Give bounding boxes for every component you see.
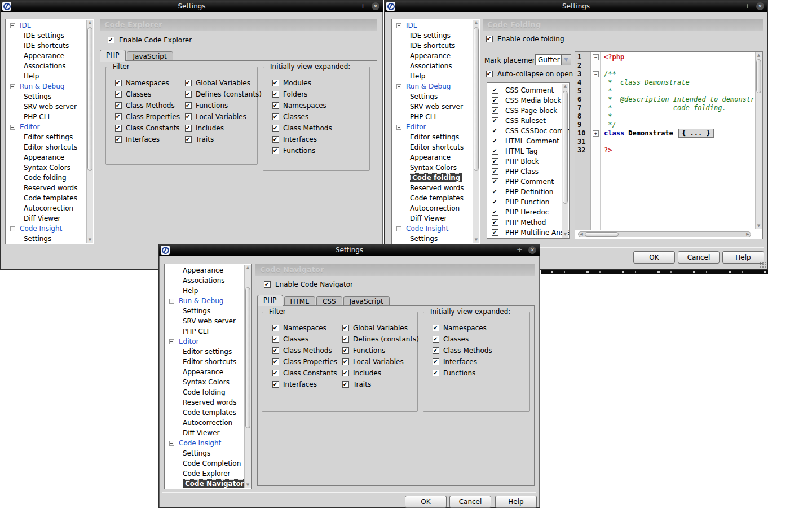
filter-option[interactable]: Functions [185, 100, 262, 111]
checkbox-checked-icon[interactable] [342, 370, 349, 376]
checkbox-checked-icon[interactable] [433, 347, 439, 354]
scroll-down-icon[interactable]: ▼ [756, 223, 762, 229]
fold-kind-option[interactable]: PHP Method [492, 217, 561, 227]
checkbox-checked-icon[interactable] [108, 37, 114, 43]
close-icon[interactable]: ✕ [528, 246, 536, 254]
tab[interactable]: HTML [284, 296, 315, 306]
filter-option[interactable]: Classes [115, 89, 180, 100]
sidebar-item[interactable]: Editor settings [392, 132, 473, 142]
pin-icon[interactable]: + [744, 1, 751, 12]
filter-option[interactable]: Class Properties [272, 356, 337, 367]
checkbox-checked-icon[interactable] [342, 336, 349, 343]
collapse-icon[interactable] [10, 125, 15, 130]
scroll-right-icon[interactable]: ▶ [745, 232, 751, 237]
expanded-option[interactable]: Functions [272, 145, 332, 156]
expand-fold-icon[interactable]: + [593, 130, 599, 137]
scroll-down-icon[interactable]: ▼ [245, 482, 251, 488]
sidebar-item[interactable]: Appearance [165, 367, 244, 377]
checkbox-checked-icon[interactable] [185, 91, 192, 98]
sidebar-item[interactable]: Associations [392, 61, 473, 71]
scroll-left-icon[interactable]: ◀ [579, 232, 584, 237]
checkbox-checked-icon[interactable] [342, 325, 349, 331]
fold-kind-option[interactable]: CSS Ruleset [492, 116, 561, 126]
sidebar-item[interactable]: Code folding [392, 173, 473, 183]
filter-option[interactable]: Defines (constants) [185, 89, 262, 100]
sidebar-item[interactable]: Code Navigator [165, 479, 244, 489]
collapse-icon[interactable] [10, 23, 15, 28]
sidebar-item[interactable]: Editor settings [6, 132, 86, 142]
collapse-icon[interactable] [396, 84, 401, 89]
auto-collapse-checkbox[interactable]: Auto-collapse on open [486, 70, 573, 78]
fold-kind-option[interactable]: PHP Function [492, 197, 561, 207]
checkbox-checked-icon[interactable] [492, 229, 498, 236]
checkbox-checked-icon[interactable] [492, 209, 498, 216]
sidebar-item[interactable]: Associations [6, 61, 86, 71]
scroll-down-icon[interactable]: ▼ [473, 237, 479, 243]
filter-option[interactable]: Includes [185, 122, 262, 134]
checkbox-checked-icon[interactable] [272, 336, 279, 343]
sidebar-item[interactable]: IDE shortcuts [6, 41, 86, 51]
fold-kind-option[interactable]: PHP Multiline AnsiS... [492, 227, 561, 238]
collapse-fold-icon[interactable]: − [593, 54, 599, 60]
sidebar-item[interactable]: Help [6, 71, 86, 81]
filter-option[interactable]: Class Methods [272, 345, 337, 356]
sidebar-item[interactable]: Editor shortcuts [6, 142, 86, 152]
sidebar-item[interactable]: Settings [392, 91, 473, 102]
sidebar-item[interactable]: Code templates [6, 193, 86, 203]
fold-kind-option[interactable]: HTML Tag [492, 146, 561, 156]
ok-button[interactable]: OK [405, 496, 447, 508]
sidebar-item[interactable]: Code Completion [165, 458, 244, 468]
collapse-icon[interactable] [10, 226, 15, 231]
sidebar-item[interactable]: PHP CLI [165, 326, 244, 336]
sidebar-item[interactable]: Help [392, 71, 473, 81]
collapse-icon[interactable] [10, 84, 15, 89]
scroll-thumb[interactable] [87, 27, 92, 171]
tab[interactable]: CSS [316, 296, 342, 306]
sidebar-item[interactable]: Syntax Colors [392, 163, 473, 173]
scroll-thumb[interactable] [585, 232, 619, 237]
tab[interactable]: PHP [257, 295, 283, 306]
sidebar-item[interactable]: Autocorrection [165, 418, 244, 428]
fold-kind-option[interactable]: PHP Definition [492, 187, 561, 197]
sidebar-item[interactable]: Code templates [165, 408, 244, 418]
scroll-up-icon[interactable]: ▲ [87, 20, 93, 26]
code-vertical-scrollbar[interactable]: ▲ ▼ [755, 52, 762, 229]
sidebar-item[interactable]: Editor settings [165, 347, 244, 357]
checkbox-checked-icon[interactable] [272, 381, 279, 388]
sidebar-item[interactable]: PHP CLI [392, 112, 473, 122]
sidebar-item[interactable]: Code Explorer [165, 468, 244, 479]
fold-kind-option[interactable]: HTML Comment [492, 136, 561, 146]
sidebar-item[interactable]: Editor shortcuts [165, 357, 244, 367]
scroll-up-icon[interactable]: ▲ [245, 265, 251, 271]
titlebar[interactable]: Settings + ✕ [159, 244, 540, 256]
filter-option[interactable]: Interfaces [272, 379, 337, 390]
sidebar-item[interactable]: Associations [165, 275, 244, 286]
fold-kind-option[interactable]: CSS Page block [492, 106, 561, 116]
checkbox-checked-icon[interactable] [264, 281, 271, 288]
filter-option[interactable]: Local Variables [342, 356, 419, 367]
expanded-option[interactable]: Modules [272, 77, 332, 89]
scroll-thumb[interactable] [756, 59, 761, 93]
sidebar-item[interactable]: Reserved words [392, 183, 473, 193]
checkbox-checked-icon[interactable] [185, 102, 192, 109]
sidebar-item[interactable]: Appearance [165, 265, 244, 275]
fold-kind-option[interactable]: PHP Heredoc [492, 207, 561, 217]
expanded-option[interactable]: Namespaces [272, 100, 332, 111]
checkbox-checked-icon[interactable] [492, 107, 498, 114]
filter-option[interactable]: Traits [185, 134, 262, 145]
resize-grip[interactable] [760, 261, 766, 268]
scroll-down-icon[interactable]: ▼ [87, 237, 93, 243]
filter-option[interactable]: Global Variables [185, 77, 262, 89]
enable-code-navigator-checkbox[interactable]: Enable Code Navigator [264, 281, 353, 288]
checkbox-checked-icon[interactable] [272, 347, 279, 354]
checkbox-checked-icon[interactable] [272, 113, 279, 120]
checkbox-checked-icon[interactable] [342, 347, 349, 354]
expanded-option[interactable]: Classes [433, 334, 492, 345]
checkbox-checked-icon[interactable] [492, 138, 498, 144]
checkbox-checked-icon[interactable] [272, 136, 279, 143]
sidebar-item[interactable]: Diff Viewer [392, 213, 473, 224]
filter-option[interactable]: Namespaces [115, 77, 180, 89]
scroll-up-icon[interactable]: ▲ [562, 84, 568, 90]
checkbox-checked-icon[interactable] [272, 91, 279, 98]
code-horizontal-scrollbar[interactable]: ◀ ▶ [578, 231, 751, 237]
